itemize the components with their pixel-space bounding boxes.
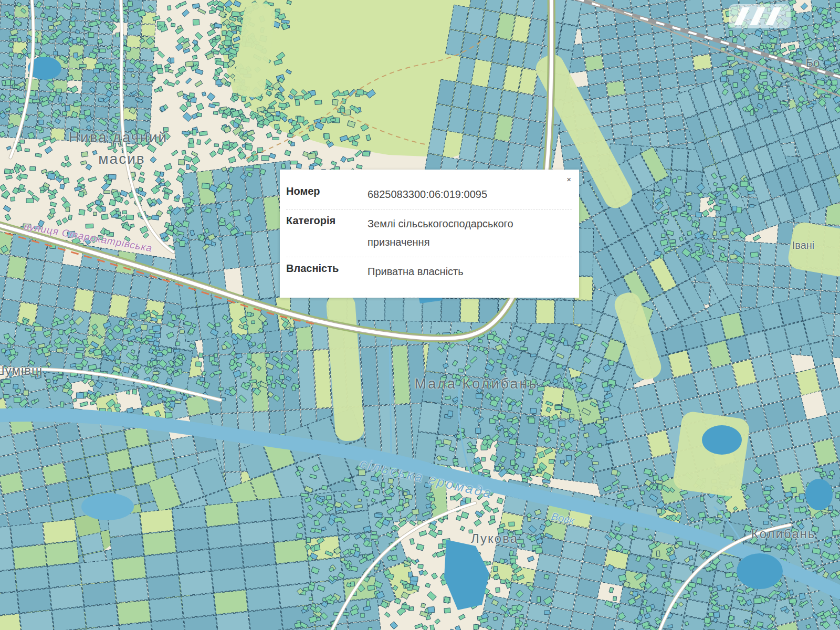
popup-row-label: Категорія — [286, 215, 368, 227]
popup-close-button[interactable]: × — [566, 175, 571, 183]
watermark-glyph — [734, 7, 750, 25]
popup-row-value: 6825083300:06:019:0095 — [368, 185, 572, 204]
popup-row: Категорія Землі сільськогосподарського п… — [286, 209, 572, 257]
map-provider-watermark — [729, 4, 791, 28]
popup-row-value: Землі сільськогосподарського призначення — [368, 215, 562, 251]
map-viewport[interactable]: Нива дачниймасивМала КолибаньЛуковаКолиб… — [0, 0, 840, 630]
popup-row-label: Власність — [286, 262, 368, 275]
cadastral-map[interactable] — [0, 0, 840, 630]
watermark-glyph — [750, 7, 765, 25]
popup-row-value: Приватна власність — [368, 262, 572, 281]
popup-row: Власність Приватна власність — [286, 257, 572, 286]
parcel-info-popup: × Номер 6825083300:06:019:0095 Категорія… — [280, 170, 579, 298]
popup-row-label: Номер — [286, 185, 368, 197]
popup-row: Номер 6825083300:06:019:0095 — [286, 180, 572, 209]
watermark-glyph — [765, 7, 781, 25]
